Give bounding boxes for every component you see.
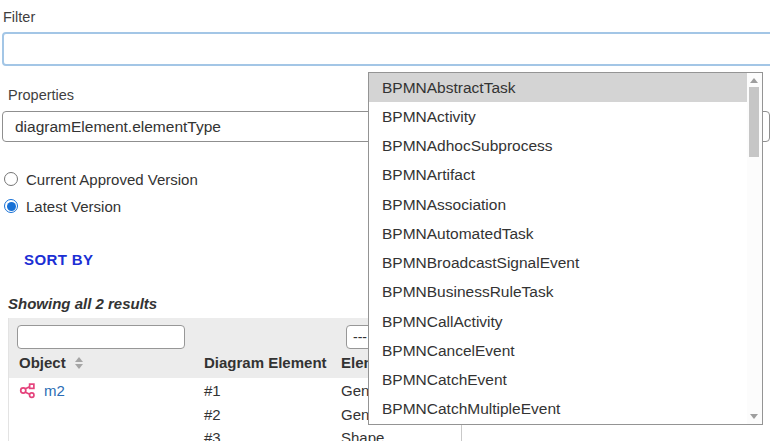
radio-current-approved-version[interactable]: Current Approved Version (4, 170, 198, 188)
scrollbar-thumb[interactable] (749, 87, 759, 157)
query-results-page: Filter diagramElement.elementType = Diag… (0, 0, 770, 441)
results-summary: Showing all 2 results (8, 295, 157, 312)
dropdown-list: BPMNAbstractTask BPMNActivity BPMNAdhocS… (369, 73, 747, 424)
model-object-icon (19, 382, 36, 399)
dropdown-item[interactable]: BPMNAbstractTask (369, 73, 747, 102)
dropdown-item[interactable]: BPMNCancelEvent (369, 336, 747, 365)
object-link[interactable]: m2 (44, 382, 65, 399)
dropdown-item[interactable]: BPMNAdhocSubprocess (369, 132, 747, 161)
element-type-filter-value: --- (353, 329, 367, 345)
diagram-element-cell: #1 (204, 382, 221, 399)
dropdown-item[interactable]: BPMNAssociation (369, 190, 747, 219)
dropdown-item[interactable]: BPMNCallActivity (369, 307, 747, 336)
dropdown-item[interactable]: BPMNArtifact (369, 161, 747, 190)
filter-input[interactable]: diagramElement.elementType = DiagramElem… (2, 32, 770, 66)
radio-label: Current Approved Version (26, 171, 198, 188)
filter-label: Filter (3, 9, 35, 25)
object-column-filter-input[interactable] (17, 325, 185, 349)
diagram-element-cell: #2 (204, 406, 221, 423)
dropdown-item[interactable]: BPMNBroadcastSignalEvent (369, 249, 747, 278)
properties-label: Properties (8, 87, 74, 103)
radio-latest-version[interactable]: Latest Version (4, 197, 121, 215)
column-header-diagram-element: Diagram Element (204, 354, 327, 371)
scroll-up-icon[interactable] (750, 78, 758, 83)
radio-selected-icon[interactable] (4, 199, 18, 213)
diagram-element-cell: #3 (204, 429, 221, 441)
table-row: #3 Shape (9, 427, 461, 441)
scroll-down-icon[interactable] (750, 414, 758, 419)
radio-unselected-icon[interactable] (4, 172, 18, 186)
sort-by-button[interactable]: SORT BY (24, 251, 93, 268)
element-type-cell: Shape (341, 429, 384, 441)
sort-arrows-icon[interactable] (74, 357, 84, 369)
radio-label: Latest Version (26, 198, 121, 215)
dropdown-item[interactable]: BPMNCatchEvent (369, 366, 747, 395)
element-type-autocomplete-dropdown: BPMNAbstractTask BPMNActivity BPMNAdhocS… (368, 72, 763, 425)
dropdown-item[interactable]: BPMNCatchMultipleEvent (369, 395, 747, 424)
dropdown-item[interactable]: BPMNBusinessRuleTask (369, 278, 747, 307)
dropdown-item[interactable]: BPMNAutomatedTask (369, 219, 747, 248)
dropdown-item[interactable]: BPMNActivity (369, 102, 747, 131)
column-header-object[interactable]: Object (19, 354, 84, 371)
dropdown-scrollbar[interactable] (747, 73, 762, 424)
